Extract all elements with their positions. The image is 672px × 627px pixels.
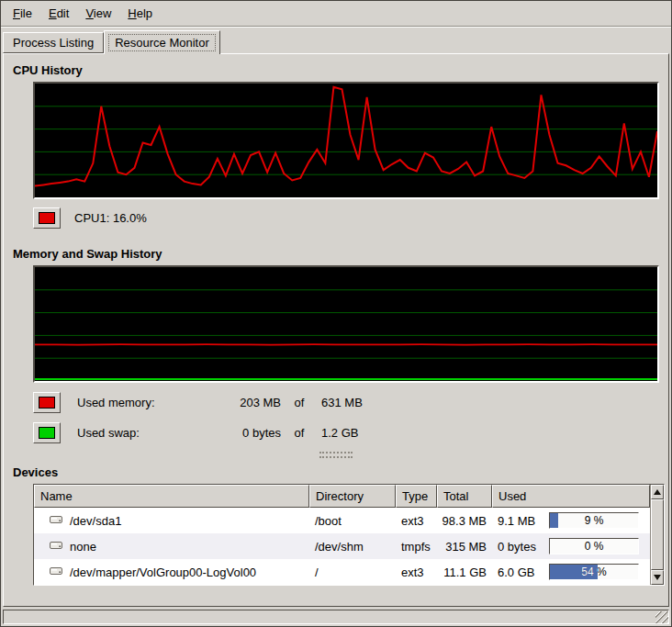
progressbar-label-inverse: 9 % — [550, 513, 558, 528]
devices-table-header: Name Directory Type Total Used — [34, 485, 650, 508]
device-directory: / — [309, 565, 396, 579]
device-directory: /boot — [309, 514, 396, 528]
device-name: none — [70, 540, 96, 554]
used-memory-label: Used memory: — [61, 396, 206, 409]
tab-bar: Process Listing Resource Monitor — [1, 28, 671, 53]
device-used-amount: 0 bytes — [492, 540, 542, 554]
column-header-total[interactable]: Total — [437, 485, 492, 508]
cpu-history-title: CPU History — [13, 63, 661, 77]
menu-bar: File Edit View Help — [1, 1, 671, 26]
scroll-up-button[interactable] — [651, 485, 664, 499]
menu-view[interactable]: View — [77, 3, 119, 24]
drive-icon — [49, 539, 63, 554]
device-type: ext3 — [396, 565, 437, 579]
cpu-color-button[interactable] — [33, 207, 61, 229]
devices-table-body: Name Directory Type Total Used /dev/sda1… — [34, 485, 650, 585]
used-swap-of: of — [281, 426, 318, 440]
progressbar-label-inverse: 54 % — [550, 565, 598, 579]
scrollbar-thumb[interactable] — [651, 499, 664, 570]
device-name: /dev/sda1 — [70, 514, 121, 528]
total-swap-value: 1.2 GB — [318, 426, 661, 440]
device-type: ext3 — [396, 514, 437, 528]
resource-monitor-panel: CPU History CPU1: 16.0% Memory and Swap … — [3, 53, 669, 607]
used-memory-of: of — [281, 396, 318, 409]
device-directory: /dev/shm — [309, 540, 396, 554]
tab-process-listing[interactable]: Process Listing — [3, 32, 104, 53]
devices-title: Devices — [13, 465, 661, 479]
devices-table: Name Directory Type Total Used /dev/sda1… — [33, 484, 665, 586]
system-monitor-window: File Edit View Help Process Listing Reso… — [0, 0, 672, 627]
swap-color-button[interactable] — [33, 422, 61, 443]
used-swap-label: Used swap: — [61, 426, 206, 440]
used-swap-value: 0 bytes — [206, 426, 281, 440]
progressbar-label: 9 % — [550, 513, 638, 528]
device-name: /dev/mapper/VolGroup00-LogVol00 — [70, 565, 256, 579]
table-row[interactable]: none /dev/shm tmpfs 315 MB 0 bytes 0 % 0… — [34, 533, 650, 559]
table-row[interactable]: /dev/sda1 /boot ext3 98.3 MB 9.1 MB 9 % … — [34, 508, 650, 533]
table-row[interactable]: /dev/mapper/VolGroup00-LogVol00 / ext3 1… — [34, 559, 650, 585]
memory-color-button[interactable] — [33, 392, 61, 413]
total-memory-value: 631 MB — [318, 396, 661, 409]
device-total: 11.1 GB — [437, 565, 492, 579]
column-header-directory[interactable]: Directory — [309, 485, 396, 508]
progressbar-clip: 9 % — [550, 513, 558, 528]
usage-progressbar: 54 % 54 % — [549, 564, 639, 580]
tab-label: Process Listing — [7, 35, 99, 50]
arrow-down-icon — [654, 575, 661, 580]
tab-label: Resource Monitor — [108, 34, 216, 51]
drive-icon — [49, 513, 63, 528]
usage-progressbar: 9 % 9 % — [549, 512, 639, 529]
used-memory-legend: Used memory: 203 MB of 631 MB — [33, 392, 661, 413]
drive-icon — [49, 565, 63, 579]
device-total: 98.3 MB — [437, 514, 492, 528]
cpu-legend: CPU1: 16.0% — [33, 207, 661, 229]
menu-help[interactable]: Help — [119, 3, 161, 24]
device-used-amount: 6.0 GB — [492, 565, 542, 579]
used-memory-value: 203 MB — [206, 396, 281, 409]
progressbar-clip: 54 % — [550, 565, 598, 579]
scroll-down-button[interactable] — [651, 570, 664, 585]
used-swap-legend: Used swap: 0 bytes of 1.2 GB — [33, 422, 661, 443]
tab-resource-monitor[interactable]: Resource Monitor — [104, 30, 220, 54]
pane-resize-handle[interactable] — [319, 452, 353, 458]
usage-progressbar: 0 % 0 % — [549, 538, 639, 554]
cpu-color-swatch — [39, 212, 55, 224]
menu-file[interactable]: File — [5, 3, 40, 24]
column-header-used[interactable]: Used — [492, 485, 650, 508]
swap-color-swatch — [39, 427, 55, 439]
devices-rows: /dev/sda1 /boot ext3 98.3 MB 9.1 MB 9 % … — [34, 508, 650, 585]
memory-swap-history-chart — [35, 267, 657, 381]
memory-color-swatch — [39, 397, 55, 409]
cpu-legend-label: CPU1: 16.0% — [74, 211, 147, 225]
device-total: 315 MB — [437, 540, 492, 554]
cpu-history-graph-frame — [33, 82, 659, 199]
menu-edit[interactable]: Edit — [40, 3, 77, 24]
device-used-amount: 9.1 MB — [492, 514, 542, 528]
status-bar — [3, 610, 669, 624]
resize-grip[interactable] — [655, 611, 668, 623]
column-header-name[interactable]: Name — [34, 485, 309, 508]
device-type: tmpfs — [396, 540, 437, 554]
cpu-history-chart — [35, 84, 657, 197]
progressbar-label: 0 % — [550, 539, 638, 554]
memory-history-graph-frame — [33, 265, 659, 383]
memory-history-title: Memory and Swap History — [13, 247, 661, 261]
arrow-up-icon — [654, 489, 661, 495]
column-header-type[interactable]: Type — [396, 485, 437, 508]
table-scrollbar[interactable] — [650, 485, 664, 585]
